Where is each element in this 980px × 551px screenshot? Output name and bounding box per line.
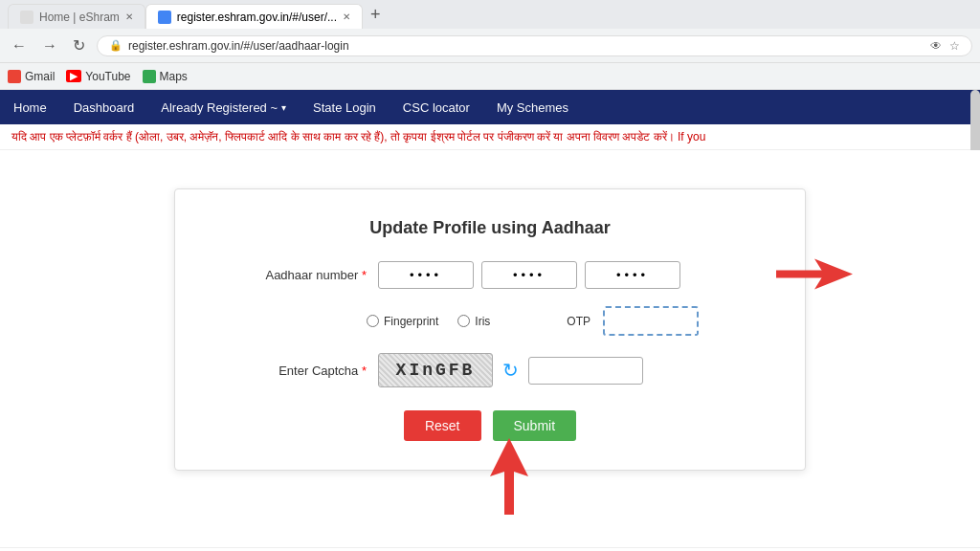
arrow-right-indicator <box>776 256 853 294</box>
button-row: Reset Submit <box>213 410 767 441</box>
refresh-button[interactable]: ↻ <box>69 34 89 56</box>
captcha-input[interactable] <box>528 357 643 385</box>
radio-fingerprint-label: Fingerprint <box>384 315 438 328</box>
tab-label-register: register.eshram.gov.in/#/user/... <box>177 11 337 24</box>
nav-state-login-label: State Login <box>313 100 376 115</box>
aadhaar-inputs <box>378 261 767 289</box>
captcha-inputs: XInGFB ↻ <box>378 353 643 387</box>
nav-already-registered[interactable]: Already Registered ~ ▾ <box>147 90 300 124</box>
tab-close-register[interactable]: ✕ <box>343 11 350 22</box>
aadhaar-required: * <box>362 268 367 282</box>
svg-rect-1 <box>776 270 824 277</box>
youtube-icon: ▶ <box>66 70 81 82</box>
otp-label: OTP <box>567 315 590 328</box>
page-content: Update Profile using Aadhaar Aadhaar num… <box>0 150 980 551</box>
arrow-up-indicator <box>485 438 533 518</box>
nav-state-login[interactable]: State Login <box>300 90 390 124</box>
aadhaar-segment-2[interactable] <box>481 261 577 289</box>
marquee-text: यदि आप एक प्लेटफ़ॉर्म वर्कर हैं (ओला, उब… <box>11 130 705 143</box>
otp-input[interactable] <box>603 306 699 336</box>
bookmarks-bar: Gmail ▶ YouTube Maps <box>0 63 980 90</box>
star-icon[interactable]: ☆ <box>949 39 960 53</box>
form-card: Update Profile using Aadhaar Aadhaar num… <box>174 188 806 471</box>
main-nav: Home Dashboard Already Registered ~ ▾ St… <box>0 90 980 124</box>
svg-marker-2 <box>490 438 528 515</box>
form-title: Update Profile using Aadhaar <box>213 218 767 238</box>
tab-register[interactable]: register.eshram.gov.in/#/user/... ✕ <box>145 4 363 29</box>
radio-iris-label: Iris <box>475 315 490 328</box>
aadhaar-segment-1[interactable] <box>378 261 474 289</box>
tab-icon-home <box>20 11 33 24</box>
youtube-label: YouTube <box>85 70 130 83</box>
nav-already-registered-label: Already Registered ~ <box>161 100 278 115</box>
auth-method-group: Fingerprint Iris OTP <box>213 306 767 336</box>
marquee-banner: यदि आप एक प्लेटफ़ॉर्म वर्कर हैं (ओला, उब… <box>0 124 980 150</box>
browser-tabs: Home | eShram ✕ register.eshram.gov.in/#… <box>0 0 980 29</box>
aadhaar-row: Aadhaar number * <box>213 261 767 289</box>
bookmark-youtube[interactable]: ▶ YouTube <box>66 70 130 83</box>
address-text: register.eshram.gov.in/#/user/aadhaar-lo… <box>128 39 924 53</box>
secure-icon: 🔒 <box>109 39 122 52</box>
address-icons: 👁 ☆ <box>930 39 960 53</box>
aadhaar-segment-3[interactable] <box>585 261 680 289</box>
radio-otp[interactable]: OTP <box>567 306 699 336</box>
radio-iris-input[interactable] <box>457 315 470 327</box>
nav-dashboard[interactable]: Dashboard <box>60 90 148 124</box>
nav-dashboard-label: Dashboard <box>74 100 135 115</box>
chevron-down-icon: ▾ <box>281 102 286 113</box>
nav-csc-locator-label: CSC locator <box>403 100 470 115</box>
nav-home[interactable]: Home <box>0 90 60 124</box>
maps-icon <box>143 70 156 83</box>
bookmark-gmail[interactable]: Gmail <box>8 70 55 83</box>
maps-label: Maps <box>160 70 188 83</box>
captcha-label: Enter Captcha * <box>213 364 367 378</box>
nav-csc-locator[interactable]: CSC locator <box>390 90 483 124</box>
refresh-captcha-button[interactable]: ↻ <box>502 359 519 382</box>
nav-my-schemes-label: My Schemes <box>497 100 568 115</box>
back-button[interactable]: ← <box>8 35 31 56</box>
submit-button[interactable]: Submit <box>493 410 577 441</box>
gmail-label: Gmail <box>25 70 55 83</box>
radio-fingerprint-input[interactable] <box>367 315 379 327</box>
radio-iris[interactable]: Iris <box>457 315 490 328</box>
address-bar-row: ← → ↻ 🔒 register.eshram.gov.in/#/user/aa… <box>0 29 980 63</box>
nav-my-schemes[interactable]: My Schemes <box>483 90 582 124</box>
tab-label-home: Home | eShram <box>39 11 120 24</box>
radio-fingerprint[interactable]: Fingerprint <box>367 315 438 328</box>
tab-close-home[interactable]: ✕ <box>125 11 133 22</box>
eye-icon: 👁 <box>930 39 942 53</box>
captcha-image: XInGFB <box>378 353 493 387</box>
address-bar[interactable]: 🔒 register.eshram.gov.in/#/user/aadhaar-… <box>97 35 972 56</box>
gmail-icon <box>8 70 21 83</box>
new-tab-button[interactable]: + <box>363 1 389 29</box>
captcha-required: * <box>362 364 367 378</box>
logos-bar <box>0 547 980 551</box>
aadhaar-label: Aadhaar number * <box>213 268 367 282</box>
tab-home[interactable]: Home | eShram ✕ <box>8 4 145 29</box>
forward-button[interactable]: → <box>38 35 61 56</box>
bookmark-maps[interactable]: Maps <box>143 70 188 83</box>
reset-button[interactable]: Reset <box>404 410 481 441</box>
nav-home-label: Home <box>13 100 47 115</box>
tab-icon-register <box>158 11 171 24</box>
captcha-row: Enter Captcha * XInGFB ↻ <box>213 353 767 387</box>
